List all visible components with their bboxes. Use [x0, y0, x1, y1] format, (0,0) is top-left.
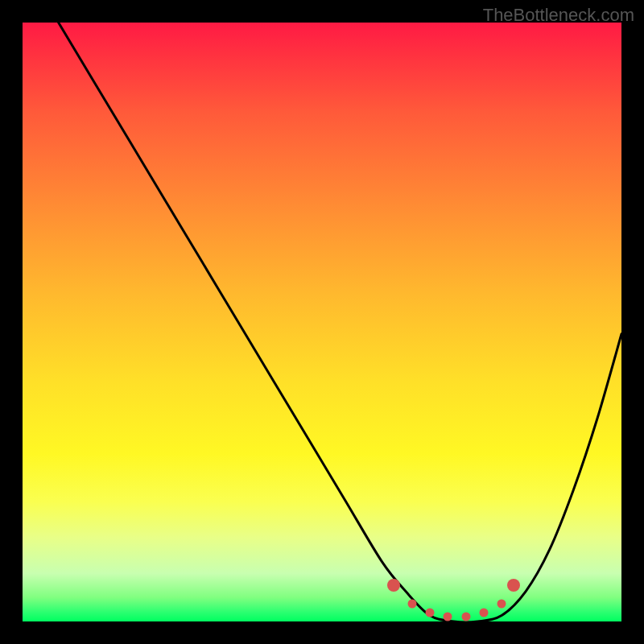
- optimal-marker: [461, 613, 470, 621]
- plot-area: [23, 23, 621, 621]
- optimal-marker: [425, 608, 434, 617]
- optimal-marker: [387, 579, 400, 592]
- watermark-text: TheBottleneck.com: [483, 5, 634, 26]
- bottleneck-curve: [23, 23, 621, 621]
- chart-svg: [23, 23, 621, 621]
- optimal-marker: [444, 613, 452, 621]
- optimal-marker: [497, 599, 506, 608]
- optimal-marker: [507, 579, 520, 592]
- optimal-marker: [407, 599, 416, 608]
- optimal-marker: [479, 608, 488, 617]
